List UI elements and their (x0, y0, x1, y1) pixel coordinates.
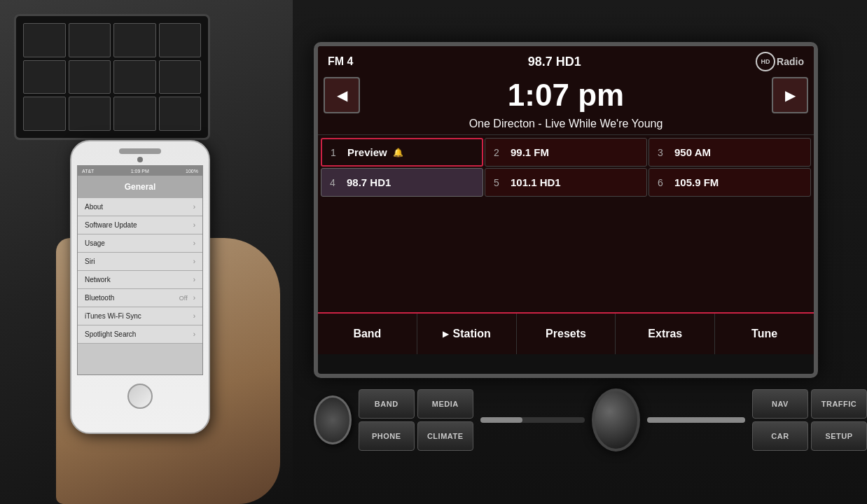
next-station-button[interactable]: ▶ (772, 77, 808, 113)
fm-label: FM 4 (328, 55, 353, 68)
nav-button[interactable]: NAV (752, 389, 808, 419)
preset-2[interactable]: 2 99.1 FM (485, 138, 647, 167)
iphone-carrier: AT&T (82, 169, 94, 174)
screen-time-row: ◀ 1:07 pm ▶ (318, 77, 814, 113)
preset-4[interactable]: 4 98.7 HD1 (321, 168, 483, 197)
car-button[interactable]: CAR (752, 421, 808, 451)
iphone-speaker (119, 148, 161, 154)
head-unit-frame: FM 4 98.7 HD1 HD Radio ◀ 1:07 pm ▶ One D… (314, 42, 818, 378)
iphone-time: 1:09 PM (131, 169, 149, 174)
band-button[interactable]: BAND (359, 389, 415, 419)
car-interior-left: AT&T 1:09 PM 100% General About › Softwa… (0, 0, 308, 504)
iphone-camera (137, 157, 143, 162)
iphone: AT&T 1:09 PM 100% General About › Softwa… (70, 140, 224, 441)
hd-radio-label: Radio (777, 56, 804, 67)
climate-button[interactable]: CLIMATE (417, 421, 473, 451)
preset-6[interactable]: 6 105.9 FM (648, 168, 811, 197)
volume-knob[interactable] (314, 396, 352, 444)
hd-circle-icon: HD (756, 52, 775, 71)
iphone-menu-item[interactable]: Siri › (78, 253, 202, 271)
song-info: One Directon - Live While We're Young (318, 113, 814, 135)
iphone-nav-bar: General (78, 176, 202, 198)
iphone-home-button[interactable] (127, 384, 153, 409)
volume-slider[interactable] (480, 417, 585, 423)
iphone-menu-item[interactable]: Bluetooth Off › (78, 289, 202, 307)
car-unit: FM 4 98.7 HD1 HD Radio ◀ 1:07 pm ▶ One D… (293, 0, 867, 504)
nav-tune[interactable]: Tune (715, 314, 814, 354)
iphone-menu-item[interactable]: Spotlight Search › (78, 326, 202, 344)
iphone-battery: 100% (186, 169, 198, 174)
screen-header: FM 4 98.7 HD1 HD Radio (318, 46, 814, 77)
iphone-menu-item[interactable]: About › (78, 198, 202, 216)
iphone-menu-item[interactable]: iTunes Wi-Fi Sync › (78, 307, 202, 326)
presets-grid: 1 Preview 🔔 2 99.1 FM 3 950 AM 4 98.7 HD… (318, 135, 814, 200)
iphone-menu: About › Software Update › Usage › Siri › (78, 198, 202, 344)
station-frequency: 98.7 HD1 (528, 55, 581, 69)
head-unit-screen: FM 4 98.7 HD1 HD Radio ◀ 1:07 pm ▶ One D… (318, 46, 814, 312)
prev-station-button[interactable]: ◀ (324, 77, 360, 113)
nav-band[interactable]: Band (318, 314, 417, 354)
traffic-button[interactable]: TRAFFIC (811, 389, 867, 419)
hd-radio-badge: HD Radio (756, 52, 804, 71)
left-button-group: BAND MEDIA PHONE CLIMATE (359, 389, 473, 451)
iphone-screen: AT&T 1:09 PM 100% General About › Softwa… (77, 165, 203, 375)
iphone-menu-item[interactable]: Network › (78, 271, 202, 289)
preset-1[interactable]: 1 Preview 🔔 (321, 138, 483, 167)
nav-extras[interactable]: Extras (616, 314, 715, 354)
tune-slider[interactable] (647, 417, 745, 423)
physical-buttons-panel: BAND MEDIA PHONE CLIMATE NAV TRAFFIC CAR… (314, 378, 867, 462)
iphone-menu-item[interactable]: Usage › (78, 234, 202, 253)
screen-bottom-nav: Band ▶ Station Presets Extras Tune (318, 312, 814, 354)
iphone-status-bar: AT&T 1:09 PM 100% (78, 166, 202, 176)
preset-5[interactable]: 5 101.1 HD1 (485, 168, 647, 197)
air-vent (14, 14, 210, 140)
right-button-group: NAV TRAFFIC CAR SETUP (752, 389, 867, 451)
preset-3[interactable]: 3 950 AM (648, 138, 811, 167)
nav-presets[interactable]: Presets (517, 314, 616, 354)
tuner-knob[interactable] (592, 388, 640, 451)
phone-button[interactable]: PHONE (359, 421, 415, 451)
iphone-nav-title: General (125, 182, 156, 192)
media-button[interactable]: MEDIA (417, 389, 473, 419)
current-time: 1:07 pm (360, 78, 772, 113)
bell-icon: 🔔 (393, 148, 403, 158)
iphone-menu-item[interactable]: Software Update › (78, 216, 202, 234)
setup-button[interactable]: SETUP (811, 421, 867, 451)
nav-station[interactable]: ▶ Station (417, 314, 517, 354)
